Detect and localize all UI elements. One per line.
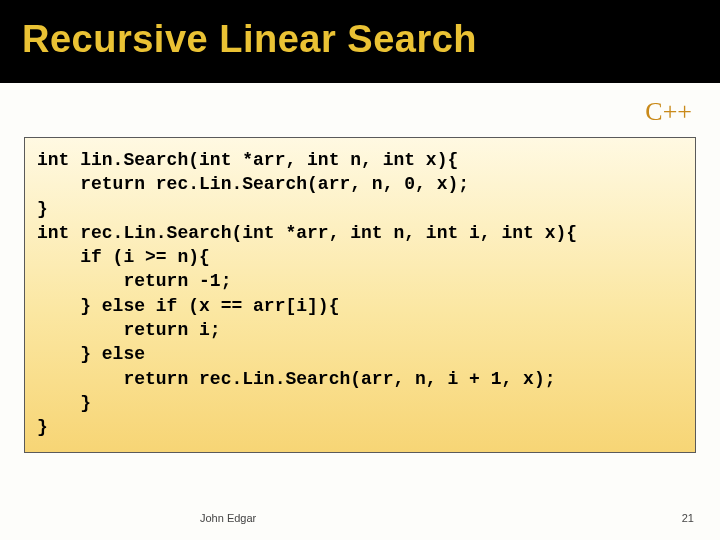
- page-number: 21: [682, 512, 694, 524]
- language-label: C++: [0, 83, 720, 133]
- slide-title: Recursive Linear Search: [22, 18, 720, 61]
- footer: John Edgar 21: [0, 512, 720, 524]
- slide: Recursive Linear Search C++ int lin.Sear…: [0, 0, 720, 540]
- code-block: int lin.Search(int *arr, int n, int x){ …: [24, 137, 696, 453]
- author-name: John Edgar: [200, 512, 256, 524]
- title-bar: Recursive Linear Search: [0, 0, 720, 83]
